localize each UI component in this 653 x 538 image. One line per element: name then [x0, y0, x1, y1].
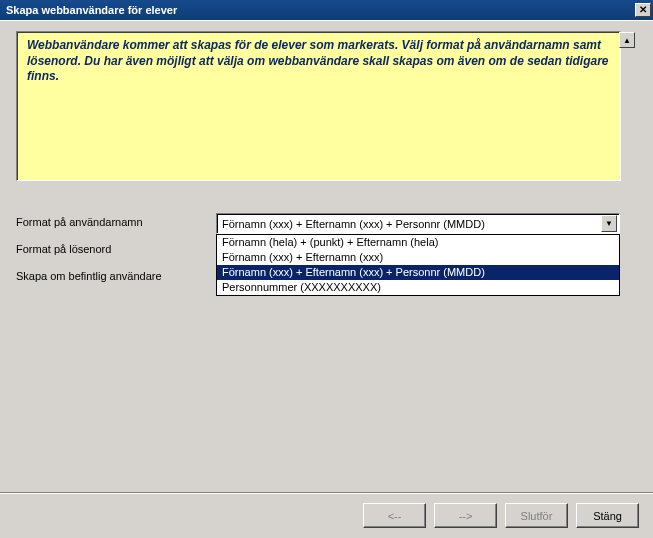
select-dropdown-button[interactable]: ▼: [601, 215, 617, 232]
close-icon: ✕: [639, 5, 647, 15]
back-button[interactable]: <--: [363, 503, 426, 528]
select-value-text: Förnamn (xxx) + Efternamn (xxx) + Person…: [219, 218, 601, 230]
dropdown-item[interactable]: Förnamn (xxx) + Efternamn (xxx): [217, 250, 619, 265]
info-text: Webbanvändare kommer att skapas för de e…: [27, 38, 609, 83]
close-button[interactable]: Stäng: [576, 503, 639, 528]
info-panel: Webbanvändare kommer att skapas för de e…: [16, 31, 621, 181]
dropdown-item[interactable]: Personnummer (XXXXXXXXXX): [217, 280, 619, 295]
window-title: Skapa webbanvändare för elever: [6, 4, 635, 16]
dropdown-item[interactable]: Förnamn (xxx) + Efternamn (xxx) + Person…: [217, 265, 619, 280]
close-button-label: Stäng: [593, 510, 622, 522]
window-close-button[interactable]: ✕: [635, 3, 651, 17]
finish-button-label: Slutför: [521, 510, 553, 522]
recreate-existing-row: Skapa om befintlig användare: [16, 270, 216, 282]
username-format-dropdown[interactable]: Förnamn (hela) + (punkt) + Efternamn (he…: [216, 234, 620, 296]
recreate-existing-label: Skapa om befintlig användare: [16, 270, 216, 282]
next-button-label: -->: [459, 510, 473, 522]
dropdown-item[interactable]: Förnamn (hela) + (punkt) + Efternamn (he…: [217, 235, 619, 250]
button-separator: [0, 492, 653, 494]
back-button-label: <--: [388, 510, 402, 522]
username-format-label: Format på användarnamn: [16, 216, 216, 228]
username-format-row: Format på användarnamn: [16, 216, 216, 228]
username-format-select[interactable]: Förnamn (xxx) + Efternamn (xxx) + Person…: [216, 213, 620, 234]
window-titlebar: Skapa webbanvändare för elever ✕: [0, 0, 653, 20]
wizard-button-row: <-- --> Slutför Stäng: [363, 503, 639, 528]
next-button[interactable]: -->: [434, 503, 497, 528]
dialog-content: Webbanvändare kommer att skapas för de e…: [0, 20, 653, 538]
finish-button[interactable]: Slutför: [505, 503, 568, 528]
info-scroll-up-button[interactable]: ▲: [619, 32, 635, 48]
password-format-label: Format på lösenord: [16, 243, 216, 255]
chevron-up-icon: ▲: [623, 36, 631, 45]
chevron-down-icon: ▼: [605, 219, 613, 228]
password-format-row: Format på lösenord: [16, 243, 216, 255]
